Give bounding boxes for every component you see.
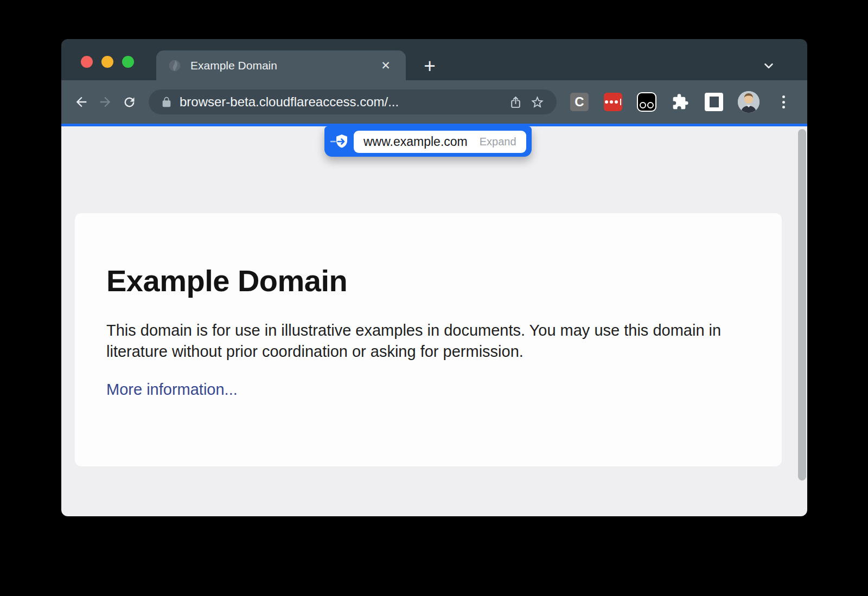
goggles-icon [637, 92, 656, 112]
lock-icon[interactable] [161, 96, 173, 108]
tab-close-icon[interactable]: ✕ [378, 57, 394, 74]
browser-menu-button[interactable] [774, 92, 793, 112]
extension-goggles-button[interactable] [637, 92, 656, 112]
three-dot-menu-icon [782, 95, 785, 108]
avatar-photo [738, 91, 760, 113]
profile-avatar[interactable] [738, 91, 760, 113]
c-extension-icon: C [570, 93, 589, 111]
isolated-domain-text: www.example.com [363, 134, 468, 149]
isolation-pill[interactable]: www.example.com Expand [324, 126, 532, 157]
reload-button[interactable] [117, 90, 141, 114]
share-icon [509, 95, 522, 109]
page-paragraph: This domain is for use in illustrative e… [106, 320, 729, 362]
zoom-window-button[interactable] [122, 56, 134, 68]
globe-favicon-icon [168, 59, 181, 72]
bookmark-button[interactable] [526, 91, 548, 113]
new-tab-button[interactable]: + [419, 55, 440, 76]
reload-icon [122, 95, 137, 110]
address-bar[interactable]: browser-beta.cloudflareaccess.com/... [149, 89, 557, 114]
star-icon [530, 95, 545, 110]
more-information-link[interactable]: More information... [106, 381, 238, 399]
tab-strip: Example Domain ✕ + [61, 39, 807, 80]
vertical-scrollbar-thumb[interactable] [798, 129, 806, 480]
chevron-down-icon [762, 59, 776, 73]
extension-frame-button[interactable] [704, 92, 724, 112]
isolation-domain-box[interactable]: www.example.com Expand [354, 131, 526, 153]
browser-toolbar: browser-beta.cloudflareaccess.com/... C [61, 80, 807, 124]
tab-title: Example Domain [190, 59, 378, 72]
extensions-menu-button[interactable] [671, 92, 690, 112]
page-title: Example Domain [106, 263, 750, 298]
tab-search-chevron-button[interactable] [758, 55, 779, 76]
extensions-area: C [562, 91, 796, 113]
puzzle-piece-icon [672, 93, 689, 111]
frame-icon [705, 93, 723, 111]
browser-tab[interactable]: Example Domain ✕ [156, 50, 406, 80]
back-button[interactable] [69, 90, 93, 114]
back-arrow-icon [74, 94, 89, 110]
lastpass-icon [604, 93, 622, 111]
close-window-button[interactable] [81, 56, 93, 68]
window-controls [81, 56, 134, 68]
url-text[interactable]: browser-beta.cloudflareaccess.com/... [180, 94, 505, 110]
minimize-window-button[interactable] [101, 56, 113, 68]
share-button[interactable] [505, 91, 526, 113]
forward-arrow-icon [98, 94, 113, 110]
extension-lastpass-button[interactable] [603, 92, 623, 112]
browser-window: Example Domain ✕ + [61, 39, 807, 516]
example-domain-card: Example Domain This domain is for use in… [75, 213, 782, 466]
extension-c-button[interactable]: C [570, 92, 589, 112]
page-viewport: www.example.com Expand Example Domain Th… [61, 126, 807, 516]
shield-arrow-icon [329, 132, 352, 151]
expand-button[interactable]: Expand [480, 136, 516, 148]
forward-button[interactable] [93, 90, 117, 114]
